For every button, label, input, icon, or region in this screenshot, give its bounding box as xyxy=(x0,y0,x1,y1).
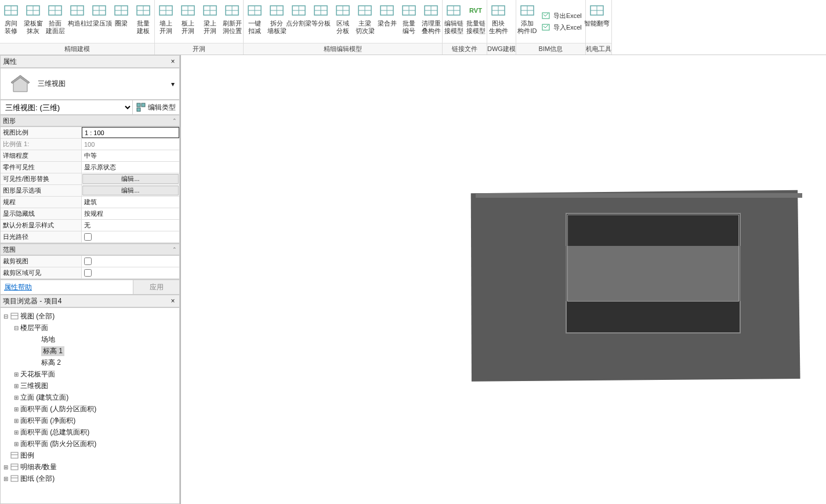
instance-select[interactable]: 三维视图: (三维) xyxy=(1,101,132,114)
tree-item[interactable]: ⊞面积平面 (净面积) xyxy=(2,415,178,426)
tree-item[interactable]: ⊟视图 (全部) xyxy=(2,310,178,322)
add-member-id-button[interactable]: 添加 构件ID xyxy=(516,0,538,43)
svg-rect-79 xyxy=(11,313,18,319)
dwg-block-gen-button[interactable]: 图块 生构件 xyxy=(487,0,509,43)
struct-column-button[interactable]: 构造柱 xyxy=(66,0,88,43)
lintel-top-icon xyxy=(91,2,107,19)
add-member-id-icon xyxy=(519,2,535,19)
tree-toggle-icon[interactable]: ⊟ xyxy=(12,325,20,331)
lintel-top-button[interactable]: 过梁压顶 xyxy=(88,0,110,43)
part-visibility-value[interactable]: 显示原状态 xyxy=(82,162,179,173)
smart-bend-button[interactable]: 智能翻弯 xyxy=(586,0,608,43)
discipline-value[interactable]: 建筑 xyxy=(82,197,179,208)
properties-close-button[interactable]: × xyxy=(169,57,177,66)
tree-toggle-icon[interactable]: ⊟ xyxy=(2,313,10,320)
main-beam-cut-button[interactable]: 主梁 切次梁 xyxy=(354,0,376,43)
one-click-deduct-button[interactable]: 一键 扣减 xyxy=(244,0,266,43)
beam-merge-button[interactable]: 梁合并 xyxy=(376,0,398,43)
tree-toggle-icon[interactable]: ⊞ xyxy=(12,418,20,424)
tree-item[interactable]: ⊞面积平面 (人防分区面积) xyxy=(2,403,178,415)
tree-item[interactable]: ⊞面积平面 (总建筑面积) xyxy=(2,426,178,438)
beam-slab-window-button[interactable]: 梁板窗 抹灰 xyxy=(22,0,44,43)
tree-item[interactable]: 场地 xyxy=(2,333,178,345)
show-hidden-lines-value[interactable]: 按规程 xyxy=(82,208,179,219)
sheet-icon xyxy=(10,474,19,483)
tree-item[interactable]: ⊞天花板平面 xyxy=(2,368,178,380)
tree-item[interactable]: ⊞面积平面 (防火分区面积) xyxy=(2,438,178,449)
smart-bend-icon xyxy=(589,2,605,19)
ring-beam-button[interactable]: 圈梁 xyxy=(110,0,132,43)
viewport-3d[interactable] xyxy=(181,55,826,504)
point-split-beam-icon xyxy=(291,2,307,19)
region-split-icon xyxy=(335,2,351,19)
tree-toggle-icon[interactable]: ⊞ xyxy=(12,441,20,447)
batch-slab-icon xyxy=(135,2,151,19)
vis-graphic-override-edit-button[interactable]: 编辑... xyxy=(82,174,179,184)
tree-toggle-icon[interactable]: ⊞ xyxy=(12,394,20,401)
category-extents-header[interactable]: 范围⌃ xyxy=(0,244,180,255)
tree-item[interactable]: 标高 2 xyxy=(2,357,178,368)
type-selector-dropdown-icon: ▾ xyxy=(169,80,177,88)
beam-open-button[interactable]: 梁上 开洞 xyxy=(199,0,221,43)
tree-toggle-icon[interactable]: ⊞ xyxy=(12,429,20,436)
properties-panel-title: 属性 xyxy=(3,57,169,67)
tree-toggle-icon[interactable]: ⊞ xyxy=(12,371,20,378)
crop-region-visible-checkbox[interactable] xyxy=(84,269,92,277)
prop-row-show-hidden-lines: 显示隐藏线按规程 xyxy=(1,208,179,220)
point-split-beam-button[interactable]: 点分割梁 xyxy=(288,0,310,43)
tree-item[interactable]: 图例 xyxy=(2,449,178,461)
view-scale-input[interactable] xyxy=(85,129,176,136)
properties-help-link[interactable]: 属性帮助 xyxy=(1,282,133,292)
pick-face-button[interactable]: 拾面 建面层 xyxy=(44,0,66,43)
ribbon-group-title: BIM信息 xyxy=(516,43,585,55)
tree-toggle-icon[interactable]: ⊞ xyxy=(12,406,20,412)
apply-button[interactable]: 应用 xyxy=(133,280,179,294)
tree-item-label: 面积平面 (净面积) xyxy=(20,416,75,426)
browser-panel-title: 项目浏览器 - 项目4 xyxy=(3,296,169,306)
refresh-open-button[interactable]: 刷新开 洞位置 xyxy=(221,0,243,43)
prop-row-crop-view: 裁剪视图 xyxy=(1,256,179,267)
room-decor-icon xyxy=(3,2,19,19)
import-excel-icon xyxy=(542,23,551,32)
tree-item[interactable]: ⊞明细表/数量 xyxy=(2,461,178,473)
category-graphic-header[interactable]: 图形⌃ xyxy=(0,115,180,126)
tree-item-label: 场地 xyxy=(41,335,55,345)
tree-item[interactable]: 标高 1 xyxy=(2,345,178,357)
tree-item[interactable]: ⊞图纸 (全部) xyxy=(2,473,178,484)
tree-item[interactable]: ⊞立面 (建筑立面) xyxy=(2,391,178,403)
detail-level-value[interactable]: 中等 xyxy=(82,150,179,161)
default-analysis-style-value[interactable]: 无 xyxy=(82,220,179,231)
tree-toggle-icon[interactable]: ⊞ xyxy=(12,383,20,389)
import-excel-button[interactable]: 导入Excel xyxy=(542,21,582,33)
scale-value-value: 100 xyxy=(82,139,179,150)
svg-rect-85 xyxy=(11,476,18,481)
graphic-display-opts-edit-button[interactable]: 编辑... xyxy=(82,186,179,195)
batch-link-model-button[interactable]: RVT批量链 接模型 xyxy=(465,0,487,43)
equal-split-icon xyxy=(313,2,329,19)
region-split-button[interactable]: 区域 分板 xyxy=(332,0,354,43)
equal-split-button[interactable]: 等分板 xyxy=(310,0,332,43)
type-selector[interactable]: 三维视图 ▾ xyxy=(0,68,180,100)
edit-type-button[interactable]: 编辑类型 xyxy=(132,100,179,114)
refresh-open-icon xyxy=(224,2,240,19)
tree-toggle-icon[interactable]: ⊞ xyxy=(2,476,10,482)
split-wallbeam-button[interactable]: 拆分 墙板梁 xyxy=(266,0,288,43)
tree-item[interactable]: ⊞三维视图 xyxy=(2,380,178,391)
clean-dup-button[interactable]: 清理重 叠构件 xyxy=(420,0,442,43)
sun-path-checkbox[interactable] xyxy=(84,233,92,241)
properties-panel-header: 属性 × xyxy=(0,55,180,68)
room-decor-button[interactable]: 房间 装修 xyxy=(0,0,22,43)
slab-open-button[interactable]: 板上 开洞 xyxy=(177,0,199,43)
ribbon-group-title: DWG建模 xyxy=(487,43,516,55)
browser-close-button[interactable]: × xyxy=(169,297,177,305)
crop-view-checkbox[interactable] xyxy=(84,258,92,265)
tree-item[interactable]: ⊟楼层平面 xyxy=(2,322,178,333)
export-excel-button[interactable]: 导出Excel xyxy=(542,10,582,21)
edit-link-model-button[interactable]: 编辑链 接模型 xyxy=(443,0,465,43)
tree-toggle-icon[interactable]: ⊞ xyxy=(2,464,10,470)
batch-number-button[interactable]: 批量 编号 xyxy=(398,0,420,43)
tree-item-label: 图纸 (全部) xyxy=(20,474,55,484)
wall-open-button[interactable]: 墙上 开洞 xyxy=(155,0,177,43)
batch-slab-button[interactable]: 批量 建板 xyxy=(132,0,154,43)
export-excel-icon xyxy=(542,11,551,20)
